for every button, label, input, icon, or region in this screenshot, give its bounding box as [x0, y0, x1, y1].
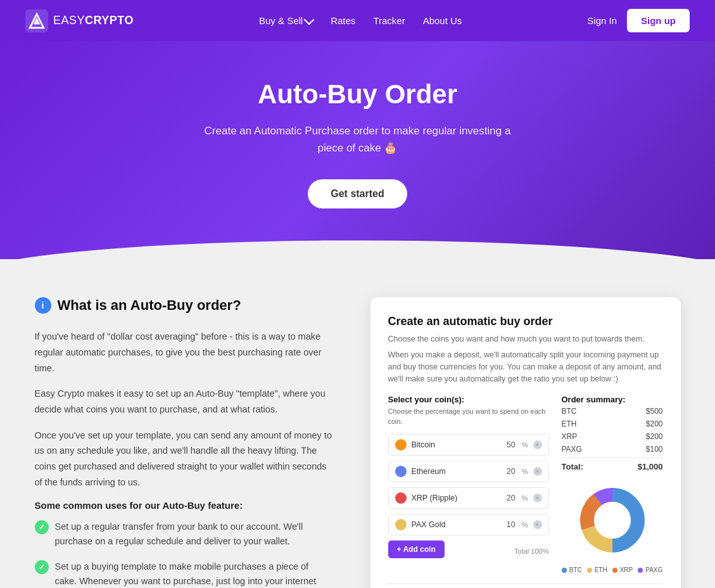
order-total-value: $1,000	[638, 462, 663, 471]
sign-up-button[interactable]: Sign up	[627, 9, 690, 32]
order-amt-eth: $200	[646, 419, 663, 428]
svg-point-7	[594, 502, 631, 539]
para-3: Once you've set up your template, you ca…	[35, 428, 332, 490]
add-coin-button[interactable]: + Add coin	[388, 540, 445, 558]
coin-row-paxg: PAX Gold 10 % ×	[388, 514, 549, 535]
left-content: i What is an Auto-Buy order? If you've h…	[35, 297, 332, 588]
order-coin-xrp: XRP	[562, 432, 578, 441]
bullet-item-2: Set up a buying template to make mobile …	[35, 559, 332, 588]
paxg-name: PAX Gold	[412, 520, 502, 529]
bitcoin-name: Bitcoin	[412, 440, 502, 449]
deposit-section: Test a deposit amount: $ 1000 ℹ You don'…	[388, 584, 663, 588]
nav-about-us[interactable]: About Us	[423, 15, 462, 26]
ethereum-remove[interactable]: ×	[533, 467, 542, 476]
hero-subtitle: Create an Automatic Purchase order to ma…	[193, 122, 522, 157]
nav-auth: Sign In Sign up	[587, 9, 690, 32]
nav-rates[interactable]: Rates	[331, 15, 355, 26]
section-heading: i What is an Auto-Buy order?	[35, 297, 332, 314]
section-title: What is an Auto-Buy order?	[58, 297, 241, 314]
bitcoin-remove[interactable]: ×	[533, 440, 542, 449]
legend-dot-eth	[587, 568, 592, 573]
bullet-text-2: Set up a buying template to make mobile …	[55, 559, 332, 588]
hero-title: Auto-Buy Order	[258, 79, 457, 110]
auto-buy-card: Create an automatic buy order Choose the…	[370, 297, 681, 588]
chevron-down-icon	[304, 14, 315, 25]
order-row-eth: ETH $200	[562, 419, 663, 428]
xrp-remove[interactable]: ×	[533, 494, 542, 502]
bullet-item-1: Set up a regular transfer from your bank…	[35, 520, 332, 549]
legend-dot-paxg	[638, 568, 643, 573]
content-section: i What is an Auto-Buy order? If you've h…	[9, 259, 706, 588]
legend-eth: ETH	[587, 566, 607, 573]
order-amt-paxg: $100	[646, 445, 663, 454]
nav-buy-sell[interactable]: Buy & Sell	[259, 15, 313, 26]
para-2: Easy Crypto makes it easy to set up an A…	[35, 386, 332, 417]
nav-tracker[interactable]: Tracker	[373, 15, 405, 26]
coins-panel: Select your coin(s): Choose the percenta…	[388, 395, 549, 573]
coins-panel-label: Select your coin(s):	[388, 395, 549, 404]
legend-xrp: XRP	[612, 566, 633, 573]
check-icon-1	[35, 520, 49, 534]
logo-icon	[25, 10, 48, 32]
donut-chart: BTC ETH XRP	[562, 479, 663, 573]
order-total-label: Total:	[562, 462, 583, 471]
card-subtitle-1: Choose the coins you want and how much y…	[388, 333, 663, 345]
nav-links: Buy & Sell Rates Tracker About Us	[259, 15, 462, 26]
total-label: Total 100%	[514, 547, 548, 555]
ethereum-pct: 20	[507, 467, 516, 476]
order-coin-paxg: PAXG	[562, 445, 582, 454]
legend-paxg: PAXG	[638, 566, 662, 573]
ethereum-dot	[395, 466, 407, 477]
order-coin-eth: ETH	[562, 419, 577, 428]
coins-panel-sublabel: Choose the percentage you want to spend …	[388, 407, 549, 426]
order-coin-btc: BTC	[562, 407, 577, 416]
legend-dot-xrp	[612, 568, 617, 573]
card-title: Create an automatic buy order	[388, 315, 663, 328]
paxg-dot	[395, 519, 407, 530]
order-total-row: Total: $1,000	[562, 457, 663, 471]
coin-row-eth: Ethereum 20 % ×	[388, 461, 549, 482]
hero-section: Auto-Buy Order Create an Automatic Purch…	[0, 41, 715, 259]
check-icon-2	[35, 560, 49, 574]
xrp-name: XRP (Ripple)	[412, 494, 502, 502]
logo[interactable]: EASYCRYPTO	[25, 10, 134, 32]
get-started-button[interactable]: Get started	[308, 179, 407, 208]
card-body: Select your coin(s): Choose the percenta…	[388, 395, 663, 573]
order-row-paxg: PAXG $100	[562, 445, 663, 454]
order-summary-label: Order summary:	[562, 395, 663, 404]
order-panel: Order summary: BTC $500 ETH $200 XRP $20…	[562, 395, 663, 573]
coin-row-xrp: XRP (Ripple) 20 % ×	[388, 487, 549, 509]
order-row-btc: BTC $500	[562, 407, 663, 416]
nav-buy-sell-label: Buy & Sell	[259, 15, 303, 26]
donut-svg	[571, 479, 654, 561]
para-1: If you've heard of "dollar cost averagin…	[35, 329, 332, 376]
navbar: EASYCRYPTO Buy & Sell Rates Tracker Abou…	[0, 0, 715, 41]
card-subtitle-2: When you make a deposit, we'll automatic…	[388, 349, 663, 385]
bullet-text-1: Set up a regular transfer from your bank…	[55, 520, 332, 549]
order-amt-btc: $500	[646, 407, 663, 416]
logo-text: EASYCRYPTO	[53, 14, 134, 27]
sign-in-link[interactable]: Sign In	[587, 15, 617, 26]
xrp-dot	[395, 492, 407, 504]
xrp-pct: 20	[507, 494, 516, 502]
order-row-xrp: XRP $200	[562, 432, 663, 441]
donut-legend: BTC ETH XRP	[562, 566, 663, 573]
paxg-remove[interactable]: ×	[533, 520, 542, 529]
bitcoin-pct: 50	[507, 440, 516, 449]
legend-btc: BTC	[562, 566, 582, 573]
coin-row-btc: Bitcoin 50 % ×	[388, 434, 549, 456]
order-amt-xrp: $200	[646, 432, 663, 441]
paxg-pct: 10	[507, 520, 516, 529]
bitcoin-dot	[395, 439, 407, 451]
legend-dot-btc	[562, 568, 567, 573]
common-uses-heading: Some common uses for our Auto-Buy featur…	[35, 500, 332, 511]
info-icon: i	[35, 297, 51, 314]
ethereum-name: Ethereum	[412, 467, 502, 476]
